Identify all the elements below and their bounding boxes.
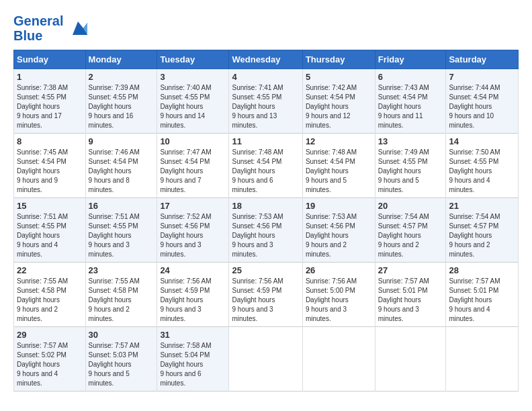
day-info: Sunrise: 7:47 AM Sunset: 4:54 PM Dayligh…: [160, 148, 226, 195]
day-number: 24: [160, 265, 226, 275]
day-number: 8: [17, 136, 83, 146]
day-info: Sunrise: 7:54 AM Sunset: 4:57 PM Dayligh…: [449, 212, 515, 259]
calendar-cell: 7 Sunrise: 7:44 AM Sunset: 4:54 PM Dayli…: [446, 69, 519, 134]
day-info: Sunrise: 7:38 AM Sunset: 4:55 PM Dayligh…: [17, 83, 83, 130]
day-info: Sunrise: 7:56 AM Sunset: 4:59 PM Dayligh…: [232, 277, 299, 324]
day-info: Sunrise: 7:40 AM Sunset: 4:55 PM Dayligh…: [160, 83, 226, 130]
day-number: 28: [449, 265, 515, 275]
calendar-cell: 5 Sunrise: 7:42 AM Sunset: 4:54 PM Dayli…: [302, 69, 375, 134]
calendar-cell: [375, 327, 446, 392]
calendar-cell: 19 Sunrise: 7:53 AM Sunset: 4:56 PM Dayl…: [302, 198, 375, 263]
day-info: Sunrise: 7:51 AM Sunset: 4:55 PM Dayligh…: [17, 212, 83, 259]
day-number: 7: [449, 72, 515, 82]
day-number: 23: [89, 265, 154, 275]
calendar-table: SundayMondayTuesdayWednesdayThursdayFrid…: [13, 50, 519, 392]
day-info: Sunrise: 7:44 AM Sunset: 4:54 PM Dayligh…: [449, 83, 515, 130]
day-info: Sunrise: 7:54 AM Sunset: 4:57 PM Dayligh…: [378, 212, 443, 259]
logo-text2: Blue: [13, 28, 63, 43]
calendar-cell: 12 Sunrise: 7:48 AM Sunset: 4:54 PM Dayl…: [302, 134, 375, 198]
day-number: 10: [160, 136, 226, 146]
calendar-cell: 10 Sunrise: 7:47 AM Sunset: 4:54 PM Dayl…: [157, 134, 229, 198]
day-number: 31: [160, 330, 226, 340]
calendar-cell: [302, 327, 375, 392]
calendar-cell: 27 Sunrise: 7:57 AM Sunset: 5:01 PM Dayl…: [375, 263, 446, 327]
logo-text: General: [13, 13, 63, 28]
logo: General Blue: [13, 13, 90, 43]
calendar-cell: 29 Sunrise: 7:57 AM Sunset: 5:02 PM Dayl…: [14, 327, 86, 392]
day-info: Sunrise: 7:51 AM Sunset: 4:55 PM Dayligh…: [89, 212, 154, 259]
day-info: Sunrise: 7:49 AM Sunset: 4:55 PM Dayligh…: [378, 148, 443, 195]
calendar-cell: 16 Sunrise: 7:51 AM Sunset: 4:55 PM Dayl…: [85, 198, 157, 263]
day-number: 25: [232, 265, 299, 275]
day-info: Sunrise: 7:56 AM Sunset: 4:59 PM Dayligh…: [160, 277, 226, 324]
day-info: Sunrise: 7:55 AM Sunset: 4:58 PM Dayligh…: [89, 277, 154, 324]
weekday-header-wednesday: Wednesday: [229, 50, 302, 69]
day-number: 12: [306, 136, 372, 146]
day-number: 2: [89, 72, 154, 82]
calendar-cell: 23 Sunrise: 7:55 AM Sunset: 4:58 PM Dayl…: [85, 263, 157, 327]
day-number: 9: [89, 136, 154, 146]
day-number: 16: [89, 201, 154, 211]
calendar-cell: 24 Sunrise: 7:56 AM Sunset: 4:59 PM Dayl…: [157, 263, 229, 327]
calendar-cell: 4 Sunrise: 7:41 AM Sunset: 4:55 PM Dayli…: [229, 69, 302, 134]
calendar-cell: 17 Sunrise: 7:52 AM Sunset: 4:56 PM Dayl…: [157, 198, 229, 263]
day-info: Sunrise: 7:39 AM Sunset: 4:55 PM Dayligh…: [89, 83, 154, 130]
day-info: Sunrise: 7:43 AM Sunset: 4:54 PM Dayligh…: [378, 83, 443, 130]
day-number: 30: [89, 330, 154, 340]
weekday-header-saturday: Saturday: [446, 50, 519, 69]
day-info: Sunrise: 7:53 AM Sunset: 4:56 PM Dayligh…: [306, 212, 372, 259]
weekday-header-monday: Monday: [85, 50, 157, 69]
day-number: 19: [306, 201, 372, 211]
calendar-cell: 2 Sunrise: 7:39 AM Sunset: 4:55 PM Dayli…: [85, 69, 157, 134]
calendar-cell: 28 Sunrise: 7:57 AM Sunset: 5:01 PM Dayl…: [446, 263, 519, 327]
calendar-cell: 18 Sunrise: 7:53 AM Sunset: 4:56 PM Dayl…: [229, 198, 302, 263]
day-info: Sunrise: 7:57 AM Sunset: 5:01 PM Dayligh…: [378, 277, 443, 324]
day-number: 22: [17, 265, 83, 275]
day-number: 27: [378, 265, 443, 275]
day-number: 11: [232, 136, 299, 146]
day-number: 14: [449, 136, 515, 146]
day-number: 26: [306, 265, 372, 275]
calendar-cell: 21 Sunrise: 7:54 AM Sunset: 4:57 PM Dayl…: [446, 198, 519, 263]
day-info: Sunrise: 7:48 AM Sunset: 4:54 PM Dayligh…: [306, 148, 372, 195]
calendar-cell: 30 Sunrise: 7:57 AM Sunset: 5:03 PM Dayl…: [85, 327, 157, 392]
calendar-cell: 22 Sunrise: 7:55 AM Sunset: 4:58 PM Dayl…: [14, 263, 86, 327]
day-number: 1: [17, 72, 83, 82]
day-number: 21: [449, 201, 515, 211]
day-info: Sunrise: 7:56 AM Sunset: 5:00 PM Dayligh…: [306, 277, 372, 324]
day-info: Sunrise: 7:42 AM Sunset: 4:54 PM Dayligh…: [306, 83, 372, 130]
day-number: 17: [160, 201, 226, 211]
day-number: 18: [232, 201, 299, 211]
calendar-cell: 25 Sunrise: 7:56 AM Sunset: 4:59 PM Dayl…: [229, 263, 302, 327]
day-info: Sunrise: 7:55 AM Sunset: 4:58 PM Dayligh…: [17, 277, 83, 324]
calendar-cell: 26 Sunrise: 7:56 AM Sunset: 5:00 PM Dayl…: [302, 263, 375, 327]
day-info: Sunrise: 7:58 AM Sunset: 5:04 PM Dayligh…: [160, 341, 226, 388]
calendar-cell: [229, 327, 302, 392]
calendar-cell: 9 Sunrise: 7:46 AM Sunset: 4:54 PM Dayli…: [85, 134, 157, 198]
day-number: 15: [17, 201, 83, 211]
calendar-cell: 11 Sunrise: 7:48 AM Sunset: 4:54 PM Dayl…: [229, 134, 302, 198]
day-info: Sunrise: 7:57 AM Sunset: 5:01 PM Dayligh…: [449, 277, 515, 324]
day-info: Sunrise: 7:57 AM Sunset: 5:03 PM Dayligh…: [89, 341, 154, 388]
weekday-header-tuesday: Tuesday: [157, 50, 229, 69]
calendar-cell: 14 Sunrise: 7:50 AM Sunset: 4:55 PM Dayl…: [446, 134, 519, 198]
weekday-header-thursday: Thursday: [302, 50, 375, 69]
day-info: Sunrise: 7:52 AM Sunset: 4:56 PM Dayligh…: [160, 212, 226, 259]
day-info: Sunrise: 7:48 AM Sunset: 4:54 PM Dayligh…: [232, 148, 299, 195]
day-number: 5: [306, 72, 372, 82]
day-info: Sunrise: 7:50 AM Sunset: 4:55 PM Dayligh…: [449, 148, 515, 195]
day-number: 4: [232, 72, 299, 82]
day-info: Sunrise: 7:53 AM Sunset: 4:56 PM Dayligh…: [232, 212, 299, 259]
day-number: 3: [160, 72, 226, 82]
calendar-cell: 31 Sunrise: 7:58 AM Sunset: 5:04 PM Dayl…: [157, 327, 229, 392]
logo-icon: [66, 16, 90, 40]
calendar-cell: 8 Sunrise: 7:45 AM Sunset: 4:54 PM Dayli…: [14, 134, 86, 198]
day-number: 6: [378, 72, 443, 82]
day-info: Sunrise: 7:45 AM Sunset: 4:54 PM Dayligh…: [17, 148, 83, 195]
calendar-cell: 13 Sunrise: 7:49 AM Sunset: 4:55 PM Dayl…: [375, 134, 446, 198]
day-number: 20: [378, 201, 443, 211]
day-info: Sunrise: 7:46 AM Sunset: 4:54 PM Dayligh…: [89, 148, 154, 195]
page-header: General Blue: [13, 13, 519, 43]
calendar-cell: 1 Sunrise: 7:38 AM Sunset: 4:55 PM Dayli…: [14, 69, 86, 134]
day-info: Sunrise: 7:41 AM Sunset: 4:55 PM Dayligh…: [232, 83, 299, 130]
